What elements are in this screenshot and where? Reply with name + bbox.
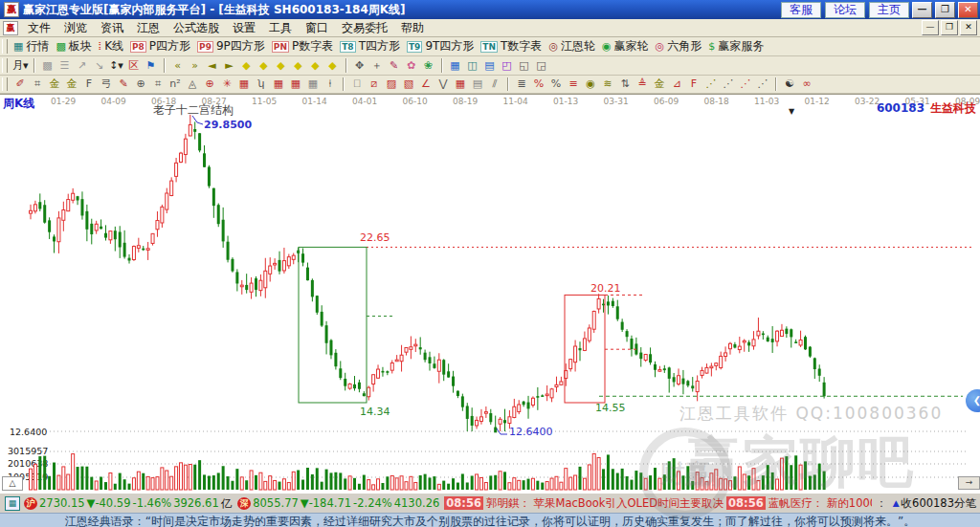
fan-lines-tool[interactable]: ⧄ <box>367 77 382 92</box>
gold-grid2-tool[interactable]: 金 <box>64 77 79 92</box>
winner-service-button[interactable]: $赢家服务 <box>708 38 764 55</box>
infinity-tool[interactable]: ∞ <box>799 77 814 92</box>
mdi-minimize-button[interactable]: — <box>922 20 939 35</box>
overlay-compare-icon[interactable]: ▩ <box>40 58 56 74</box>
gold-fan-tool[interactable]: ⋰ <box>703 77 719 92</box>
p-number-table-button[interactable]: PNP数字表 <box>272 38 333 55</box>
winner-wheel-button[interactable]: ◉赢家轮 <box>602 38 649 55</box>
gold-grid-tool[interactable]: 金 <box>47 77 62 92</box>
gann-fan-tool[interactable]: ⋰ <box>738 77 753 92</box>
gann-diamond-shrink-icon[interactable]: ◆ <box>291 58 306 74</box>
star-grid-tool[interactable]: ✳ <box>219 77 234 92</box>
pen-tool-icon[interactable]: ✎ <box>387 58 402 74</box>
menu-0[interactable]: 文件 <box>21 19 57 36</box>
bow-arc-tool[interactable]: 弓 <box>99 77 114 92</box>
period-selector[interactable]: 月▾ <box>12 58 29 74</box>
speed-fan-tool[interactable]: ⋰ <box>721 77 736 92</box>
gann-diamond-left-icon[interactable]: ◆ <box>239 58 255 74</box>
clover-tool-icon[interactable]: ❀ <box>421 58 436 74</box>
gann-diamond-expand-icon[interactable]: ◆ <box>274 58 289 74</box>
hash-ruler-tool[interactable]: ⌗ <box>150 77 166 92</box>
mdi-restore-button[interactable]: ❐ <box>941 20 958 35</box>
fence2-tool[interactable]: ▦ <box>288 77 303 92</box>
calendar-icon[interactable]: ▦ <box>448 58 463 74</box>
gold-level-tool[interactable]: 金 <box>652 77 667 92</box>
forum-button[interactable]: 论坛 <box>825 2 865 18</box>
menu-1[interactable]: 浏览 <box>57 19 94 36</box>
save-icon[interactable]: ◰ <box>500 58 515 74</box>
next-bar-icon[interactable]: ► <box>222 58 237 74</box>
fib-ruler-tool[interactable]: F <box>81 77 97 92</box>
quotes-button[interactable]: ▦行情 <box>13 38 49 55</box>
box-grid-tool[interactable]: ▦ <box>236 77 252 92</box>
square-number-tool[interactable]: n² <box>167 77 183 92</box>
notes-icon[interactable]: ▤ <box>482 58 498 74</box>
mdi-close-button[interactable]: ✕ <box>960 20 977 35</box>
region-stat-icon[interactable]: 区 <box>126 58 142 74</box>
menu-3[interactable]: 江恩 <box>130 19 167 36</box>
shenzhen-index-icon[interactable]: 深 <box>237 497 251 510</box>
t-square-button[interactable]: T8T四方形 <box>340 38 400 55</box>
shanghai-index-icon[interactable]: 沪 <box>24 497 37 510</box>
flower-tool-icon[interactable]: ✿ <box>404 58 419 74</box>
customer-service-button[interactable]: 客服 <box>781 2 821 18</box>
gray-grid-tool[interactable]: ▦ <box>305 77 321 92</box>
prev-bar-icon[interactable]: ◄ <box>205 58 220 74</box>
period-label[interactable]: 周K线 <box>3 96 34 112</box>
step-down-icon[interactable]: ↘ <box>92 58 107 74</box>
draw-pen-tool[interactable]: ✐ <box>12 77 28 92</box>
gann-diamond-up-icon[interactable]: ◆ <box>308 58 323 74</box>
circle-grid-tool[interactable]: ⊕ <box>133 77 148 92</box>
step-up-icon[interactable]: ↗ <box>75 58 90 74</box>
menu-8[interactable]: 交易委托 <box>335 19 394 36</box>
grid-ruler-tool[interactable]: ⌗ <box>30 77 45 92</box>
gold-wave-tool[interactable]: ≋ <box>600 77 615 92</box>
percent-tool[interactable]: % <box>548 77 564 92</box>
wave-tool[interactable]: ʮ <box>254 77 269 92</box>
toolbar-grip[interactable] <box>2 58 8 73</box>
row-grid-tool[interactable]: ▤ <box>470 77 485 92</box>
toolbar-grip[interactable] <box>2 77 8 91</box>
menu-2[interactable]: 资讯 <box>94 19 130 36</box>
column-split-tool[interactable]: ⍿ <box>323 77 338 92</box>
nine-p-square-button[interactable]: P99P四方形 <box>197 38 265 55</box>
first-page-icon[interactable]: « <box>170 58 186 74</box>
p-square-button[interactable]: P8P四方形 <box>130 38 190 55</box>
parallel-lines-tool[interactable]: ⫽ <box>487 77 502 92</box>
chart-area[interactable]: 01-2904-0906-1808-2711-0501-1404-0106-10… <box>0 94 980 493</box>
toolbar-grip[interactable] <box>2 39 8 54</box>
triangle-level-tool[interactable]: ≜ <box>635 77 650 92</box>
close-button[interactable]: ✕ <box>958 2 978 18</box>
info-panel-icon[interactable]: ☰ <box>57 58 73 74</box>
flag-mark-icon[interactable]: ⚑ <box>144 58 159 74</box>
last-page-icon[interactable]: » <box>188 58 203 74</box>
angle-pen-tool[interactable]: ✎ <box>116 77 131 92</box>
angle-line-tool[interactable]: ∠ <box>418 77 434 92</box>
workstation-icon[interactable]: ◱ <box>517 58 532 74</box>
network-icon[interactable]: ◲ <box>534 58 549 74</box>
vee-line-tool[interactable]: ⋁ <box>435 77 451 92</box>
kline-button[interactable]: ⵂK线 <box>99 38 123 55</box>
box-diagonal-tool[interactable]: ⎕ <box>349 77 365 92</box>
volume-pane-toggle-button[interactable]: △ <box>2 476 23 491</box>
maximize-button[interactable]: ❐ <box>935 2 955 18</box>
title-bar[interactable]: 赢 赢家江恩专业版[赢家内部服务平台] - [生益科技 SH600183-184… <box>0 0 980 19</box>
gold-circle-tool[interactable]: ◉ <box>583 77 598 92</box>
scroll-right-button[interactable]: → <box>958 476 980 490</box>
sectors-button[interactable]: ▩板块 <box>56 38 91 55</box>
gann-diamond-down-icon[interactable]: ◆ <box>325 58 341 74</box>
dropdown-caret-icon[interactable]: ▼ <box>789 107 794 116</box>
hexagon-button[interactable]: ◎六角形 <box>656 38 702 55</box>
t-number-table-button[interactable]: TNT数字表 <box>480 38 542 55</box>
calculator-icon[interactable]: ◫ <box>465 58 480 74</box>
menu-5[interactable]: 设置 <box>226 19 262 36</box>
menu-4[interactable]: 公式选股 <box>167 19 226 36</box>
gann-wheel-button[interactable]: ◎江恩轮 <box>548 38 595 55</box>
f-level-tool[interactable]: F <box>686 77 702 92</box>
fence-tool[interactable]: ▦ <box>271 77 286 92</box>
gann-diamond-right-icon[interactable]: ◆ <box>256 58 272 74</box>
menu-7[interactable]: 窗口 <box>299 19 335 36</box>
sh-index-value[interactable]: 2730.15 <box>39 496 85 510</box>
homepage-button[interactable]: 主页 <box>869 2 909 18</box>
ratio-lines-tool[interactable]: ≣ <box>514 77 529 92</box>
